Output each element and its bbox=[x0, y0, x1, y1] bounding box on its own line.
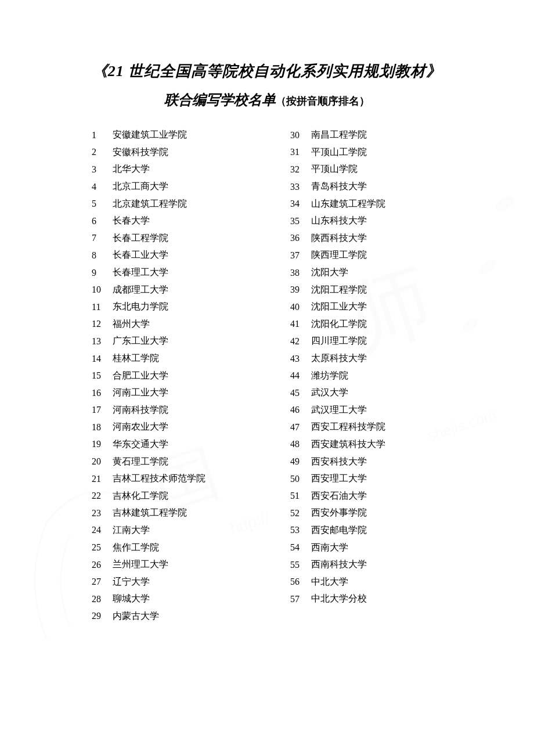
item-name: 西安外事学院 bbox=[311, 507, 385, 519]
item-name: 北京工商大学 bbox=[113, 181, 290, 193]
item-name: 合肥工业大学 bbox=[113, 370, 290, 382]
item-number: 33 bbox=[290, 182, 311, 192]
list-item: 45武汉大学 bbox=[290, 384, 385, 402]
item-name: 山东科技大学 bbox=[311, 215, 385, 227]
item-number: 32 bbox=[290, 164, 311, 175]
item-name: 北华大学 bbox=[113, 163, 290, 175]
list-item: 53西安邮电学院 bbox=[290, 522, 385, 539]
item-number: 17 bbox=[92, 405, 113, 415]
item-number: 5 bbox=[92, 199, 113, 209]
list-item: 46武汉理工大学 bbox=[290, 402, 385, 419]
item-number: 56 bbox=[290, 577, 311, 587]
item-name: 广东工业大学 bbox=[113, 335, 290, 347]
item-number: 26 bbox=[92, 560, 113, 570]
list-item: 9长春理工大学 bbox=[92, 264, 290, 282]
item-name: 河南工业大学 bbox=[113, 387, 290, 399]
list-item: 10成都理工大学 bbox=[92, 281, 290, 298]
item-name: 成都理工大学 bbox=[113, 284, 290, 296]
title-note: （按拼音顺序排名） bbox=[276, 95, 370, 107]
item-number: 14 bbox=[92, 354, 113, 364]
list-item: 50西安理工大学 bbox=[290, 470, 385, 488]
list-item: 4北京工商大学 bbox=[92, 178, 290, 196]
list-item: 17河南科技学院 bbox=[92, 402, 290, 419]
list-item: 6长春大学 bbox=[92, 213, 290, 230]
title-sub-text: 联合编写学校名单 bbox=[164, 92, 276, 107]
item-number: 20 bbox=[92, 456, 113, 467]
item-number: 18 bbox=[92, 422, 113, 433]
item-name: 西安建筑科技大学 bbox=[311, 438, 385, 451]
item-name: 青岛科技大学 bbox=[311, 181, 385, 193]
item-number: 3 bbox=[92, 164, 113, 175]
school-list: 1安徽建筑工业学院2安徽科技学院3北华大学4北京工商大学5北京建筑工程学院6长春… bbox=[0, 127, 534, 625]
item-name: 平顶山工学院 bbox=[311, 146, 385, 159]
item-name: 武汉理工大学 bbox=[311, 404, 385, 416]
item-number: 54 bbox=[290, 542, 311, 553]
item-number: 36 bbox=[290, 233, 311, 243]
list-item: 25焦作工学院 bbox=[92, 539, 290, 556]
list-item: 22吉林化工学院 bbox=[92, 487, 290, 505]
item-number: 1 bbox=[92, 130, 113, 141]
item-number: 40 bbox=[290, 302, 311, 312]
item-number: 9 bbox=[92, 268, 113, 278]
list-item: 23吉林建筑工程学院 bbox=[92, 505, 290, 522]
list-item: 47西安工程科技学院 bbox=[290, 419, 385, 436]
list-item: 42四川理工学院 bbox=[290, 333, 385, 350]
item-number: 46 bbox=[290, 405, 311, 415]
item-number: 31 bbox=[290, 147, 311, 157]
list-item: 1安徽建筑工业学院 bbox=[92, 127, 290, 144]
item-name: 东北电力学院 bbox=[113, 301, 290, 313]
item-name: 福州大学 bbox=[113, 318, 290, 330]
item-number: 29 bbox=[92, 611, 113, 621]
item-number: 41 bbox=[290, 319, 311, 329]
item-number: 34 bbox=[290, 199, 311, 209]
school-column-right: 30南昌工程学院31平顶山工学院32平顶山学院33青岛科技大学34山东建筑工程学… bbox=[290, 127, 385, 625]
list-item: 36陕西科技大学 bbox=[290, 230, 385, 247]
title-sub: 联合编写学校名单（按拼音顺序排名） bbox=[0, 91, 534, 109]
list-item: 7长春工程学院 bbox=[92, 230, 290, 247]
list-item: 12福州大学 bbox=[92, 316, 290, 333]
item-number: 38 bbox=[290, 268, 311, 278]
item-number: 48 bbox=[290, 439, 311, 449]
item-name: 焦作工学院 bbox=[113, 542, 290, 554]
item-name: 吉林工程技术师范学院 bbox=[113, 473, 290, 485]
item-name: 西安科技大学 bbox=[311, 456, 385, 468]
item-name: 北京建筑工程学院 bbox=[113, 198, 290, 210]
item-number: 19 bbox=[92, 439, 113, 449]
item-name: 吉林化工学院 bbox=[113, 490, 290, 502]
item-name: 江南大学 bbox=[113, 524, 290, 537]
school-column-left: 1安徽建筑工业学院2安徽科技学院3北华大学4北京工商大学5北京建筑工程学院6长春… bbox=[92, 127, 290, 625]
item-name: 西南科技大学 bbox=[311, 559, 385, 571]
item-name: 太原科技大学 bbox=[311, 352, 385, 365]
item-name: 西南大学 bbox=[311, 542, 385, 554]
list-item: 55西南科技大学 bbox=[290, 556, 385, 574]
list-item: 16河南工业大学 bbox=[92, 384, 290, 402]
item-number: 47 bbox=[290, 422, 311, 433]
list-item: 24江南大学 bbox=[92, 522, 290, 539]
list-item: 3北华大学 bbox=[92, 161, 290, 178]
list-item: 21吉林工程技术师范学院 bbox=[92, 470, 290, 488]
list-item: 26兰州理工大学 bbox=[92, 556, 290, 574]
item-name: 桂林工学院 bbox=[113, 352, 290, 365]
item-name: 四川理工学院 bbox=[311, 335, 385, 347]
item-name: 南昌工程学院 bbox=[311, 129, 385, 141]
list-item: 54西南大学 bbox=[290, 539, 385, 556]
item-name: 长春工程学院 bbox=[113, 232, 290, 244]
item-name: 沈阳工程学院 bbox=[311, 284, 385, 296]
list-item: 37陕西理工学院 bbox=[290, 247, 385, 264]
list-item: 29内蒙古大学 bbox=[92, 608, 290, 625]
item-name: 武汉大学 bbox=[311, 387, 385, 399]
list-item: 18河南农业大学 bbox=[92, 419, 290, 436]
item-name: 安徽科技学院 bbox=[113, 146, 290, 159]
list-item: 13广东工业大学 bbox=[92, 333, 290, 350]
item-name: 聊城大学 bbox=[113, 593, 290, 605]
item-name: 长春大学 bbox=[113, 215, 290, 227]
list-item: 14桂林工学院 bbox=[92, 350, 290, 368]
item-name: 吉林建筑工程学院 bbox=[113, 507, 290, 519]
list-item: 20黄石理工学院 bbox=[92, 453, 290, 470]
list-item: 52西安外事学院 bbox=[290, 505, 385, 522]
item-number: 15 bbox=[92, 370, 113, 381]
list-item: 11东北电力学院 bbox=[92, 298, 290, 316]
list-item: 33青岛科技大学 bbox=[290, 178, 385, 196]
item-number: 4 bbox=[92, 182, 113, 192]
item-number: 37 bbox=[290, 250, 311, 261]
